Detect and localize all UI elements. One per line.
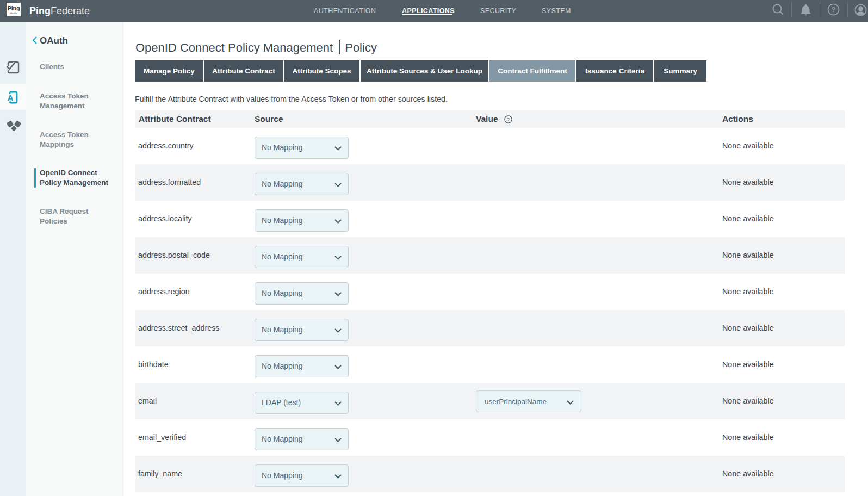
svg-text:?: ? [507, 117, 510, 122]
svg-text:?: ? [832, 6, 835, 14]
svg-text:A: A [8, 93, 14, 102]
